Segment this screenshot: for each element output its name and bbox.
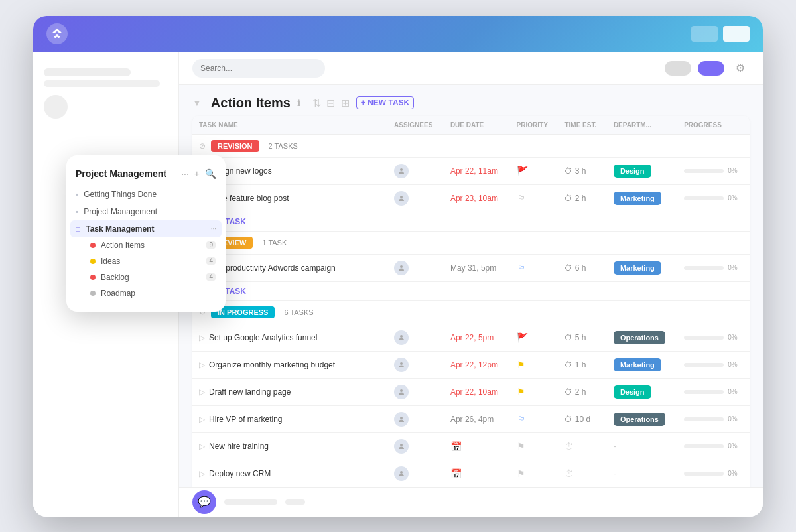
sidebar-item-task-management[interactable]: □ Task Management ··· bbox=[70, 220, 222, 237]
task-dept-cell: Operations bbox=[607, 324, 677, 351]
search-input[interactable] bbox=[192, 59, 325, 78]
assignee-avatar[interactable] bbox=[394, 330, 409, 345]
priority-flag: 🚩 bbox=[517, 166, 528, 176]
sidebar-sub-roadmap[interactable]: Roadmap bbox=[66, 285, 226, 301]
add-icon[interactable]: + bbox=[194, 168, 200, 179]
content-area: ⚙ ▼ Action Items ℹ ⇅ ⊟ ⊞ + NEW TASK bbox=[179, 52, 763, 517]
section-title: Action Items bbox=[211, 96, 291, 111]
assignee-avatar[interactable] bbox=[394, 385, 409, 399]
progress-pct: 0% bbox=[728, 194, 737, 202]
task-expand[interactable]: ▷ bbox=[199, 360, 205, 369]
add-new-task-button[interactable]: + NEW TASK bbox=[356, 96, 414, 109]
add-task-btn[interactable]: + ADD TASK bbox=[192, 212, 750, 231]
group-header-inprogress: ↻ IN PROGRESS 6 TASKS bbox=[192, 300, 750, 324]
chat-bubble[interactable]: 💬 bbox=[192, 490, 216, 514]
progress-pct: 0% bbox=[728, 167, 737, 174]
task-name-cell: ▷ Set up Google Analytics funnel bbox=[192, 324, 387, 351]
more-icon[interactable]: ··· bbox=[181, 168, 189, 179]
task-time-est-cell: ⏱ 2 h bbox=[558, 184, 606, 212]
task-name-text: Hire VP of marketing bbox=[209, 415, 283, 424]
top-bar-btn-1[interactable] bbox=[691, 26, 718, 42]
add-task-btn[interactable]: + ADD TASK bbox=[192, 281, 750, 300]
priority-flag-empty: ⚑ bbox=[517, 468, 525, 479]
col-task-name: TASK NAME bbox=[192, 116, 387, 135]
sidebar-item-project-management[interactable]: ▪ Project Management bbox=[66, 203, 226, 220]
progress-bar-wrap: 0% bbox=[684, 361, 743, 368]
svg-point-5 bbox=[400, 389, 403, 392]
sidebar-skeleton-2 bbox=[44, 80, 160, 87]
table-row[interactable]: ▷ New hire training 📅 ⚑ ⏱ - 0% bbox=[192, 432, 750, 460]
folder-icon: ▪ bbox=[76, 207, 78, 216]
settings-button[interactable]: ⚙ bbox=[731, 59, 750, 78]
table-row[interactable]: ▷ Hire VP of marketing Apr 26, 4pm 🏳 ⏱ 1… bbox=[192, 405, 750, 432]
table-row[interactable]: ▷ Write feature blog post Apr 23, 10am 🏳… bbox=[192, 184, 750, 212]
toolbar-right: ⚙ bbox=[665, 59, 750, 78]
assignee-avatar[interactable] bbox=[394, 164, 409, 178]
task-expand[interactable]: ▷ bbox=[199, 333, 205, 342]
assignee-avatar[interactable] bbox=[394, 439, 409, 454]
task-progress-cell: 0% bbox=[677, 254, 750, 281]
priority-flag: 🏳 bbox=[517, 193, 526, 204]
view-toggle[interactable] bbox=[665, 61, 691, 76]
table-row[interactable]: ▷ Draft new landing page Apr 22, 10am ⚑ … bbox=[192, 378, 750, 405]
task-table: TASK NAME ASSIGNEES DUE DATE PRIORITY TI… bbox=[192, 116, 750, 487]
group-expand-icon[interactable]: ⊘ bbox=[199, 141, 206, 151]
sidebar-sub-ideas[interactable]: Ideas 4 bbox=[66, 253, 226, 269]
task-progress-cell: 0% bbox=[677, 460, 750, 487]
task-expand[interactable]: ▷ bbox=[199, 415, 205, 424]
progress-bar-wrap: 0% bbox=[684, 388, 743, 395]
task-priority-cell: 🚩 bbox=[510, 324, 559, 351]
task-expand[interactable]: ▷ bbox=[199, 387, 205, 397]
dot-yellow bbox=[90, 259, 96, 264]
sidebar-sub-action-items[interactable]: Action Items 9 bbox=[66, 237, 226, 253]
task-priority-cell: 🏳 bbox=[510, 254, 559, 281]
task-name-cell: ▷ New hire training bbox=[192, 432, 387, 460]
due-date: Apr 22, 5pm bbox=[450, 333, 494, 342]
dot-red bbox=[90, 275, 96, 280]
add-task-row-revision[interactable]: + ADD TASK bbox=[192, 212, 750, 231]
task-time-est-cell: ⏱ 2 h bbox=[558, 378, 606, 405]
table-row[interactable]: ▷ Organize monthly marketing budget Apr … bbox=[192, 351, 750, 378]
dept-badge: Design bbox=[614, 165, 651, 178]
sidebar-sub-backlog[interactable]: Backlog 4 bbox=[66, 269, 226, 285]
task-name-text: New hire training bbox=[209, 442, 269, 451]
priority-flag-empty: ⚑ bbox=[517, 441, 525, 452]
task-due-date-cell: Apr 22, 10am bbox=[444, 378, 510, 405]
assignee-avatar[interactable] bbox=[394, 261, 409, 275]
col-department: DEPARTM... bbox=[607, 116, 677, 135]
assignee-avatar[interactable] bbox=[394, 191, 409, 206]
search-icon[interactable]: 🔍 bbox=[205, 168, 216, 179]
add-task-row-review[interactable]: + ADD TASK bbox=[192, 281, 750, 300]
floating-sidebar-panel: Project Management ··· + 🔍 ▪ Getting Thi… bbox=[66, 155, 226, 312]
table-row[interactable]: ▷ Design new logos Apr 22, 11am 🚩 ⏱ 3 h … bbox=[192, 157, 750, 184]
table-header-row: TASK NAME ASSIGNEES DUE DATE PRIORITY TI… bbox=[192, 116, 750, 135]
task-time-est-cell: ⏱ 6 h bbox=[558, 254, 606, 281]
task-dept-cell: - bbox=[607, 460, 677, 487]
assignee-avatar[interactable] bbox=[394, 466, 409, 481]
group-icon[interactable]: ⊞ bbox=[341, 98, 350, 109]
dept-badge: Operations bbox=[614, 331, 665, 344]
top-bar-btn-2[interactable] bbox=[723, 26, 750, 42]
task-assignee-cell bbox=[387, 460, 444, 487]
progress-bar-wrap: 0% bbox=[684, 334, 743, 341]
due-date: Apr 22, 12pm bbox=[450, 360, 498, 369]
info-icon[interactable]: ℹ bbox=[297, 98, 300, 108]
filter-icon[interactable]: ⊟ bbox=[326, 98, 335, 109]
table-row[interactable]: ▷ Run productivity Adwords campaign May … bbox=[192, 254, 750, 281]
task-expand[interactable]: ▷ bbox=[199, 442, 205, 451]
view-toggle-active[interactable] bbox=[698, 61, 724, 76]
collapse-icon[interactable]: ▼ bbox=[192, 98, 202, 108]
more-dots[interactable]: ··· bbox=[211, 225, 216, 232]
sort-icon[interactable]: ⇅ bbox=[312, 98, 321, 109]
task-expand[interactable]: ▷ bbox=[199, 469, 205, 478]
backlog-count: 4 bbox=[206, 273, 216, 281]
assignee-avatar[interactable] bbox=[394, 412, 409, 427]
assignee-avatar[interactable] bbox=[394, 358, 409, 372]
action-items-count: 9 bbox=[206, 241, 216, 249]
top-bar bbox=[33, 16, 763, 52]
table-row[interactable]: ▷ Set up Google Analytics funnel Apr 22,… bbox=[192, 324, 750, 351]
floating-sidebar-controls: ··· + 🔍 bbox=[181, 168, 216, 179]
task-time-est-cell: ⏱ 5 h bbox=[558, 324, 606, 351]
table-row[interactable]: ▷ Deploy new CRM 📅 ⚑ ⏱ - 0% bbox=[192, 460, 750, 487]
sidebar-item-getting-things-done[interactable]: ▪ Getting Things Done bbox=[66, 186, 226, 203]
